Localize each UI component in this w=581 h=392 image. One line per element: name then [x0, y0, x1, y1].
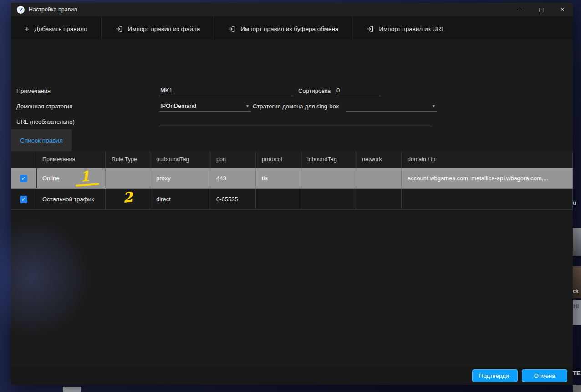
sort-value: 0 [336, 87, 340, 94]
desktop-fragment-photo [573, 228, 581, 256]
table-header-row: Примечания Rule Type outboundTag port pr… [11, 151, 573, 168]
desktop-fragment-u: u [573, 200, 576, 206]
rule-form: Примечания MK1 Сортировка 0 Доменная стр… [11, 39, 573, 127]
header-checkbox-column[interactable] [11, 151, 36, 168]
close-icon: ✕ [560, 6, 565, 13]
import-url-label: Импорт правил из URL [379, 25, 444, 32]
minimize-button[interactable]: — [510, 3, 531, 16]
desktop-fragment-hi: HI [573, 303, 579, 310]
singbox-strategy-select[interactable]: ▼ [346, 100, 437, 112]
table-row[interactable]: ✓ Online proxy 443 tls account.wbgames.c… [11, 168, 573, 189]
footer: Подтверди· Отмена [11, 367, 573, 385]
close-button[interactable]: ✕ [552, 3, 573, 16]
tab-rule-list[interactable]: Список правил [11, 129, 72, 151]
import-file-label: Импорт правил из файла [128, 25, 200, 32]
cell-domain-ip[interactable] [402, 189, 573, 210]
domain-strategy-label: Доменная стратегия [16, 103, 72, 110]
window-title: Настройка правил [29, 6, 77, 13]
domain-strategy-value: IPOnDemand [160, 102, 196, 109]
minimize-icon: — [518, 6, 523, 13]
import-clipboard-button[interactable]: Импорт правил из буфера обмена [214, 16, 352, 41]
sort-label: Сортировка [298, 87, 331, 94]
cell-domain-ip[interactable]: account.wbgames.com, metallica-api.wbago… [402, 168, 573, 189]
annotation-mark-1: 1 [79, 168, 90, 185]
desktop: { "window": { "title": "Настройка правил… [0, 0, 581, 392]
maximize-icon: ▢ [539, 6, 544, 13]
import-icon [115, 25, 123, 33]
desktop-fragment-text: u [573, 199, 581, 209]
maximize-button[interactable]: ▢ [531, 3, 552, 16]
cell-network[interactable] [356, 168, 402, 189]
rules-table: Примечания Rule Type outboundTag port pr… [11, 151, 573, 210]
window-controls: — ▢ ✕ [510, 3, 573, 16]
titlebar: V Настройка правил — ▢ ✕ [11, 3, 573, 16]
domain-strategy-select[interactable]: IPOnDemand ▼ [159, 100, 251, 112]
confirm-button[interactable]: Подтверди· [472, 369, 518, 382]
cell-outbound-tag[interactable]: direct [150, 189, 210, 210]
url-input[interactable] [159, 115, 433, 127]
row-checkbox-cell: ✓ [11, 168, 36, 189]
singbox-strategy-label: Стратегия домена для sing-box [253, 103, 339, 110]
cell-remarks[interactable]: Остальной трафик [36, 189, 106, 210]
desktop-fragment-ck: ck [573, 288, 578, 294]
cell-outbound-tag[interactable]: proxy [150, 168, 210, 189]
chevron-down-icon: ▼ [432, 104, 436, 108]
remarks-value: MK1 [160, 87, 173, 94]
header-remarks[interactable]: Примечания [36, 151, 106, 168]
header-network[interactable]: network [356, 151, 402, 168]
toolbar: + Добавить правило Импорт правил из файл… [11, 16, 573, 42]
header-outbound-tag[interactable]: outboundTag [150, 151, 210, 168]
cell-inbound-tag[interactable] [301, 168, 356, 189]
annotation-mark-2: 2 [122, 189, 133, 206]
cancel-button-label: Отмена [534, 372, 556, 379]
cell-protocol[interactable]: tls [256, 168, 301, 189]
sort-input[interactable]: 0 [336, 84, 381, 96]
row-checkbox[interactable]: ✓ [20, 175, 27, 182]
remarks-label: Примечания [16, 87, 51, 94]
confirm-button-label: Подтверди· [479, 372, 511, 379]
import-file-button[interactable]: Импорт правил из файла [102, 16, 214, 41]
table-row[interactable]: ✓ Остальной трафик direct 0-65535 [11, 189, 573, 210]
cell-rule-type[interactable] [106, 168, 150, 189]
cell-remarks[interactable]: Online [36, 168, 106, 189]
app-icon-glyph: V [19, 7, 22, 12]
cell-port[interactable]: 0-65535 [210, 189, 256, 210]
row-checkbox[interactable]: ✓ [20, 196, 27, 203]
rules-settings-window: V Настройка правил — ▢ ✕ + Добавить прав… [11, 3, 573, 385]
check-icon: ✓ [21, 176, 25, 181]
app-icon: V [17, 6, 25, 14]
row-checkbox-cell: ✓ [11, 189, 36, 210]
tab-strip: Список правил [11, 127, 573, 151]
import-url-button[interactable]: Импорт правил из URL [352, 16, 458, 41]
plus-icon: + [25, 25, 30, 33]
cell-inbound-tag[interactable] [301, 189, 356, 210]
import-icon [366, 25, 374, 33]
header-protocol[interactable]: protocol [256, 151, 301, 168]
header-rule-type[interactable]: Rule Type [106, 151, 150, 168]
cell-protocol[interactable] [256, 189, 301, 210]
remarks-input[interactable]: MK1 [159, 84, 294, 96]
cancel-button[interactable]: Отмена [522, 369, 567, 382]
import-icon [228, 25, 235, 33]
desktop-fragment-photo [573, 385, 581, 392]
url-label: URL (необязательно) [16, 118, 75, 125]
desktop-fragment-te: ТЕ [573, 369, 581, 377]
desktop-fragment-photo: ck [573, 266, 581, 298]
import-clipboard-label: Импорт правил из буфера обмена [240, 25, 338, 32]
cell-network[interactable] [356, 189, 402, 210]
header-domain-ip[interactable]: domain / ip [402, 151, 573, 168]
add-rule-label: Добавить правило [35, 25, 87, 32]
chevron-down-icon: ▼ [245, 104, 250, 108]
add-rule-button[interactable]: + Добавить правило [11, 16, 101, 41]
taskbar-item [63, 387, 81, 392]
header-inbound-tag[interactable]: inboundTag [301, 151, 356, 168]
header-port[interactable]: port [210, 151, 256, 168]
cell-port[interactable]: 443 [210, 168, 256, 189]
check-icon: ✓ [21, 197, 25, 202]
tab-rule-list-label: Список правил [20, 137, 63, 144]
desktop-fragment-photo: HI [573, 300, 581, 325]
